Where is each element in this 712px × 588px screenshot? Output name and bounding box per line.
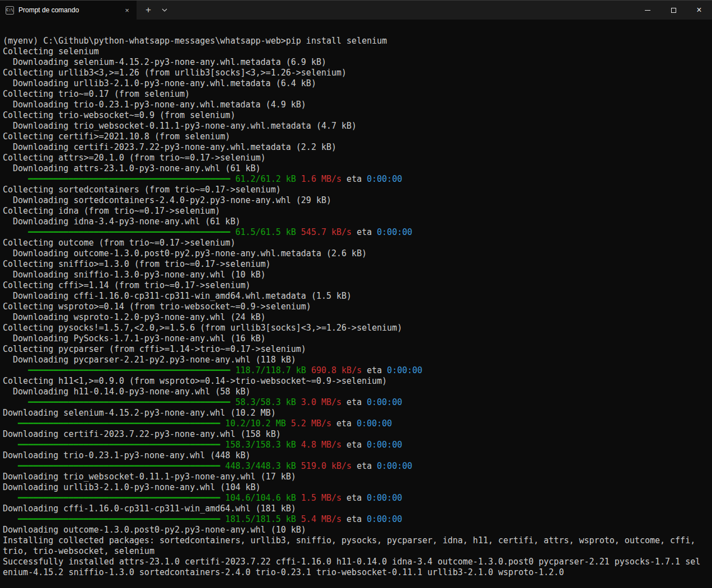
- terminal-line: Downloading cffi-1.16.0-cp311-cp311-win_…: [3, 504, 709, 514]
- terminal-line: Collecting cffi>=1.14 (from trio~=0.17->…: [3, 280, 709, 291]
- tab-prompt-de-comando[interactable]: C:\ Prompt de comando ×: [0, 1, 137, 20]
- minimize-button[interactable]: [635, 1, 661, 20]
- terminal-line: Collecting trio-websocket~=0.9 (from sel…: [3, 110, 709, 121]
- chevron-down-icon: [162, 8, 167, 12]
- close-icon: ×: [696, 6, 701, 15]
- terminal-line: Downloading attrs-23.1.0-py3-none-any.wh…: [3, 163, 709, 174]
- terminal-line: Collecting outcome (from trio~=0.17->sel…: [3, 238, 709, 248]
- terminal-line: Collecting sniffio>=1.3.0 (from trio~=0.…: [3, 259, 709, 270]
- terminal-line: Collecting pycparser (from cffi>=1.14->t…: [3, 344, 709, 355]
- terminal-line: Downloading certifi-2023.7.22-py3-none-a…: [3, 429, 709, 440]
- titlebar-drag-region: [172, 1, 635, 20]
- terminal-line: Successfully installed attrs-23.1.0 cert…: [3, 557, 709, 567]
- terminal-line: Collecting selenium: [3, 46, 709, 57]
- terminal-line: ━━━━━━━━━━━━━━━━━━━━━━━━━━━━━━━━━━━━━━━━…: [3, 440, 709, 450]
- terminal-line: enium-4.15.2 sniffio-1.3.0 sortedcontain…: [3, 567, 709, 578]
- terminal-line: ━━━━━━━━━━━━━━━━━━━━━━━━━━━━━━━━━━━━━━━━…: [3, 418, 709, 429]
- tab-title: Prompt de comando: [18, 6, 116, 14]
- terminal-line: ━━━━━━━━━━━━━━━━━━━━━━━━━━━━━━━━━━━━━━━━…: [3, 461, 709, 472]
- terminal-line: Collecting attrs>=20.1.0 (from trio~=0.1…: [3, 153, 709, 163]
- terminal-line: Collecting h11<1,>=0.9.0 (from wsproto>=…: [3, 376, 709, 387]
- terminal-line: Downloading pycparser-2.21-py2.py3-none-…: [3, 355, 709, 365]
- terminal-line: Downloading urllib3-2.1.0-py3-none-any.w…: [3, 78, 709, 89]
- terminal-line: trio, trio-websocket, selenium: [3, 546, 709, 557]
- terminal-line: ━━━━━━━━━━━━━━━━━━━━━━━━━━━━━━━━━━━━━━━━…: [3, 397, 709, 408]
- terminal-line: Collecting sortedcontainers (from trio~=…: [3, 185, 709, 195]
- cmd-icon: C:\: [6, 6, 14, 15]
- terminal-line: Downloading cffi-1.16.0-cp311-cp311-win_…: [3, 291, 709, 302]
- terminal-line: Collecting urllib3<3,>=1.26 (from urllib…: [3, 68, 709, 78]
- terminal-line: ━━━━━━━━━━━━━━━━━━━━━━━━━━━━━━━━━━━━━━━━…: [3, 493, 709, 504]
- close-button[interactable]: ×: [686, 1, 712, 20]
- terminal-line: Collecting certifi>=2021.10.8 (from sele…: [3, 131, 709, 142]
- terminal-line: Collecting trio~=0.17 (from selenium): [3, 89, 709, 100]
- cmd-icon-label: C:\: [6, 8, 13, 12]
- terminal-line: ━━━━━━━━━━━━━━━━━━━━━━━━━━━━━━━━━━━━━━━━…: [3, 227, 709, 238]
- terminal-line: Downloading trio_websocket-0.11.1-py3-no…: [3, 472, 709, 482]
- terminal-line: Downloading idna-3.4-py3-none-any.whl (6…: [3, 217, 709, 227]
- terminal-line: Downloading urllib3-2.1.0-py3-none-any.w…: [3, 482, 709, 493]
- new-tab-button[interactable]: +: [140, 1, 157, 20]
- title-bar: C:\ Prompt de comando × + ×: [0, 0, 712, 20]
- terminal-window: C:\ Prompt de comando × + × (myenv) C:\G…: [0, 0, 712, 588]
- maximize-button[interactable]: [661, 1, 686, 20]
- terminal-line: Downloading h11-0.14.0-py3-none-any.whl …: [3, 387, 709, 397]
- terminal-line: Downloading trio_websocket-0.11.1-py3-no…: [3, 121, 709, 131]
- terminal-line: Downloading sniffio-1.3.0-py3-none-any.w…: [3, 270, 709, 280]
- terminal-line: Downloading wsproto-1.2.0-py3-none-any.w…: [3, 312, 709, 323]
- terminal-line: Downloading selenium-4.15.2-py3-none-any…: [3, 408, 709, 418]
- terminal-line: Downloading outcome-1.3.0.post0-py2.py3-…: [3, 248, 709, 259]
- terminal-line: ━━━━━━━━━━━━━━━━━━━━━━━━━━━━━━━━━━━━━━━━…: [3, 514, 709, 525]
- terminal-line: ━━━━━━━━━━━━━━━━━━━━━━━━━━━━━━━━━━━━━━━━…: [3, 174, 709, 185]
- terminal-line: Downloading PySocks-1.7.1-py3-none-any.w…: [3, 333, 709, 344]
- terminal-line: Collecting idna (from trio~=0.17->seleni…: [3, 206, 709, 217]
- terminal-line: Downloading trio-0.23.1-py3-none-any.whl…: [3, 450, 709, 461]
- terminal-line: Collecting pysocks!=1.5.7,<2.0,>=1.5.6 (…: [3, 323, 709, 333]
- terminal-line: (myenv) C:\Github\python-whatsapp-messag…: [3, 36, 709, 46]
- tab-dropdown-button[interactable]: [157, 1, 172, 20]
- terminal-line: Downloading certifi-2023.7.22-py3-none-a…: [3, 142, 709, 153]
- terminal-line: Collecting wsproto>=0.14 (from trio-webs…: [3, 302, 709, 312]
- caption-buttons: ×: [635, 1, 712, 20]
- terminal-line: Downloading trio-0.23.1-py3-none-any.whl…: [3, 100, 709, 110]
- minimize-icon: [645, 10, 650, 11]
- tab-close-icon[interactable]: ×: [121, 4, 133, 16]
- terminal-line: Downloading selenium-4.15.2-py3-none-any…: [3, 57, 709, 68]
- terminal-line: ━━━━━━━━━━━━━━━━━━━━━━━━━━━━━━━━━━━━━━━━…: [3, 365, 709, 376]
- terminal-line: Downloading sortedcontainers-2.4.0-py2.p…: [3, 195, 709, 206]
- terminal-output[interactable]: (myenv) C:\Github\python-whatsapp-messag…: [0, 20, 712, 588]
- terminal-line: Downloading outcome-1.3.0.post0-py2.py3-…: [3, 525, 709, 535]
- maximize-icon: [671, 8, 676, 13]
- terminal-line: Installing collected packages: sortedcon…: [3, 535, 709, 546]
